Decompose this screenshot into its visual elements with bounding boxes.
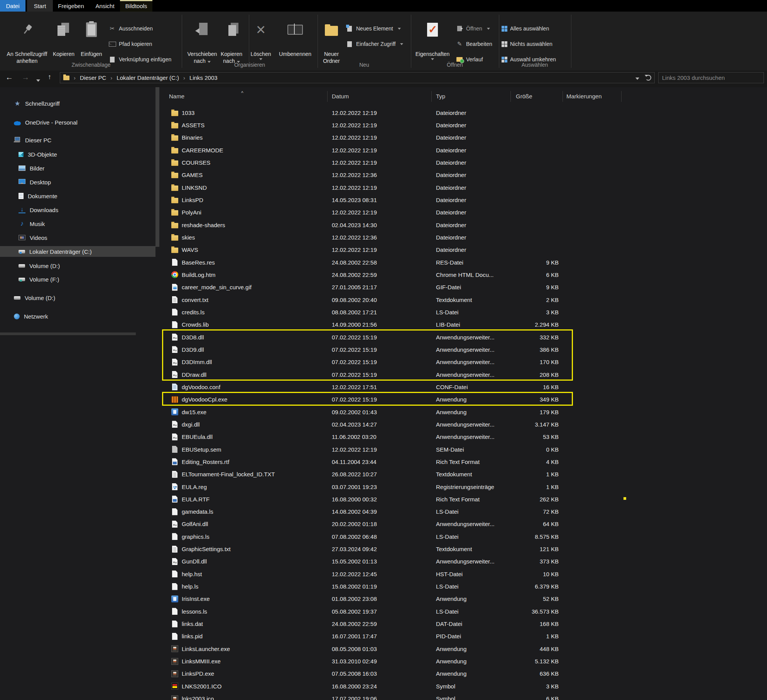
file-row[interactable]: gamedata.ls14.08.2002 04:39LS-Datei72 KB [162,506,767,518]
file-row[interactable]: PolyAni12.02.2022 12:19Dateiordner [162,206,767,219]
file-row[interactable]: D3DImm.dll07.02.2022 15:19Anwendungserwe… [162,356,767,368]
address-dropdown-caret[interactable] [635,74,639,81]
edit-button[interactable]: ✎ Bearbeiten [456,39,492,49]
column-separator[interactable] [431,91,432,102]
sidebar-item-lokaler-datentr-ger-c[interactable]: Lokaler Datenträger (C:) [0,246,155,257]
search-box[interactable] [658,72,764,83]
sidebar-scrollbar[interactable] [155,87,159,247]
up-button[interactable]: ↑ [48,73,51,81]
file-row[interactable]: LNKS2001.ICO16.08.2000 23:24Symbol3 KB [162,680,767,692]
sidebar-item-schnellzugriff[interactable]: Schnellzugriff [0,98,155,109]
file-row[interactable]: career_mode_sin_curve.gif27.01.2005 21:1… [162,281,767,293]
file-row[interactable]: Crowds.lib14.09.2000 21:56LIB-Datei2.294… [162,319,767,331]
sidebar-item-volume-f[interactable]: Volume (F:) [0,274,155,285]
file-row[interactable]: lessons.ls05.08.2002 19:37LS-Datei36.573… [162,605,767,617]
file-row[interactable]: LinksPD14.05.2023 08:31Dateiordner [162,194,767,206]
file-row[interactable]: graphics.ls07.08.2002 06:48LS-Datei8.575… [162,530,767,543]
sidebar-item-downloads[interactable]: Downloads [0,204,155,215]
file-row[interactable]: COURSES12.02.2022 12:19Dateiordner [162,156,767,169]
forward-button[interactable]: → [22,73,29,82]
file-row[interactable]: Editing_Rosters.rtf04.11.2004 23:44Rich … [162,455,767,468]
refresh-icon[interactable] [645,75,651,81]
file-row[interactable]: GraphicSettings.txt27.03.2024 09:42Textd… [162,543,767,555]
breadcrumb-dieser-pc[interactable]: Dieser PC [80,74,106,81]
file-row[interactable]: LinksLauncher.exe08.05.2008 01:03Anwendu… [162,643,767,655]
file-row[interactable]: lnks2003.ico17.07.2002 19:06Symbol6 KB [162,692,767,700]
sidebar-item-videos[interactable]: Videos [0,232,155,243]
back-button[interactable]: ← [5,73,13,82]
tab-bildtools[interactable]: Bildtools [120,0,152,12]
new-folder-button[interactable]: Neuer Ordner [316,14,346,68]
file-row[interactable]: GAMES12.02.2022 12:36Dateiordner [162,169,767,181]
sidebar-item-onedrive-personal[interactable]: OneDrive - Personal [0,117,155,128]
file-row[interactable]: WAVS12.02.2022 12:19Dateiordner [162,244,767,256]
sidebar-item-desktop[interactable]: Desktop [0,177,155,187]
column-separator[interactable] [327,91,328,102]
sidebar-item-dieser-pc[interactable]: Dieser PC [0,135,155,145]
file-row[interactable]: IrisInst.exe01.08.2002 23:08Anwendung52 … [162,593,767,605]
file-row[interactable]: dgVoodooCpl.exe07.02.2022 15:19Anwendung… [162,393,767,406]
file-row[interactable]: dw15.exe09.02.2002 01:43Anwendung179 KB [162,406,767,418]
column-separator[interactable] [510,91,511,102]
address-bar[interactable]: › Dieser PC › Lokaler Datenträger (C:) ›… [60,72,655,83]
pin-to-quick-access-button[interactable]: An Schnellzugriff anheften [3,14,51,68]
select-all-button[interactable]: Alles auswählen [502,24,549,33]
column-header-name[interactable]: ^ Name [162,93,327,100]
file-row[interactable]: dgVoodoo.conf12.02.2022 17:51CONF-Datei1… [162,381,767,393]
file-row[interactable]: DDraw.dll07.02.2022 15:19Anwendungserwei… [162,368,767,381]
column-separator[interactable] [621,91,622,102]
file-row[interactable]: GunDll.dll15.05.2002 01:13Anwendungserwe… [162,555,767,568]
move-to-button[interactable]: Verschieben nach [186,14,218,68]
rename-button[interactable]: Umbenennen [276,14,314,68]
tab-freigeben[interactable]: Freigeben [56,0,86,12]
file-row[interactable]: D3D8.dll07.02.2022 15:19Anwendungserweit… [162,331,767,343]
file-row[interactable]: Binaries12.02.2022 12:19Dateiordner [162,132,767,144]
tab-start[interactable]: Start [27,0,53,12]
file-row[interactable]: EBUSetup.sem12.02.2022 12:19SEM-Datei0 K… [162,443,767,455]
cut-button[interactable]: ✂ Ausschneiden [108,24,153,33]
sidebar-item-musik[interactable]: Musik [0,218,155,229]
file-row[interactable]: reshade-shaders02.04.2023 14:30Dateiordn… [162,219,767,231]
file-row[interactable]: help.hst12.02.2022 12:45HST-Datei10 KB [162,568,767,580]
sidebar-item-bilder[interactable]: Bilder [0,163,155,174]
breadcrumb-drive-c[interactable]: Lokaler Datenträger (C:) [117,74,179,81]
file-row[interactable]: convert.txt09.08.2002 20:40Textdokument2… [162,293,767,306]
new-item-button[interactable]: Neues Element [346,24,401,33]
column-header-typ[interactable]: Typ [431,93,510,100]
file-row[interactable]: D3D9.dll07.02.2022 15:19Anwendungserweit… [162,343,767,356]
column-header-datum[interactable]: Datum [327,93,431,100]
tab-ansicht[interactable]: Ansicht [90,0,120,12]
select-none-button[interactable]: Nichts auswählen [502,39,552,49]
copy-path-button[interactable]: \.. Pfad kopieren [108,39,152,49]
tab-datei[interactable]: Datei [0,0,25,12]
copy-button[interactable]: Kopieren [51,14,76,68]
file-row[interactable]: EULA.RTF16.08.2000 00:32Rich Text Format… [162,493,767,505]
file-row[interactable]: help.ls15.08.2002 01:19LS-Datei6.379 KB [162,580,767,592]
file-row[interactable]: 103312.02.2022 12:19Dateiordner [162,106,767,119]
sidebar-item-3d-objekte[interactable]: 3D-Objekte [0,149,155,160]
file-row[interactable]: CAREERMODE12.02.2022 12:19Dateiordner [162,144,767,156]
delete-button[interactable]: × Löschen [247,14,274,68]
breadcrumb-links-2003[interactable]: Links 2003 [189,74,218,81]
file-row[interactable]: links.dat24.08.2002 22:59DAT-Datei168 KB [162,617,767,630]
search-input[interactable] [659,73,764,83]
file-row[interactable]: credits.ls08.08.2002 17:21LS-Datei3 KB [162,306,767,318]
file-row[interactable]: LINKSND12.02.2022 12:19Dateiordner [162,181,767,194]
easy-access-button[interactable]: Einfacher Zugriff [346,39,403,49]
file-row[interactable]: LinksMMIII.exe31.03.2010 02:49Anwendung5… [162,655,767,667]
file-row[interactable]: GolfAni.dll20.02.2002 01:18Anwendungserw… [162,518,767,530]
column-header-markierungen[interactable]: Markierungen [563,93,621,100]
recent-locations-caret[interactable] [36,76,40,83]
column-separator[interactable] [563,91,563,102]
file-row[interactable]: LinksPD.exe07.05.2008 16:03Anwendung636 … [162,668,767,680]
open-button[interactable]: Öffnen [456,24,490,33]
sidebar-item-volume-d[interactable]: Volume (D:) [0,260,155,271]
file-row[interactable]: skies12.02.2022 12:36Dateiordner [162,231,767,243]
properties-button[interactable]: Eigenschaften [414,14,451,68]
file-row[interactable]: links.pid16.07.2001 17:47PID-Datei1 KB [162,630,767,643]
file-row[interactable]: dxgi.dll02.04.2023 14:27Anwendungserweit… [162,418,767,430]
file-row[interactable]: BaseRes.res24.08.2002 22:58RES-Datei9 KB [162,256,767,268]
sidebar-horizontal-scrollbar[interactable] [0,332,136,335]
copy-to-button[interactable]: Kopieren nach [216,14,247,68]
column-header-groesse[interactable]: Größe [510,93,563,100]
